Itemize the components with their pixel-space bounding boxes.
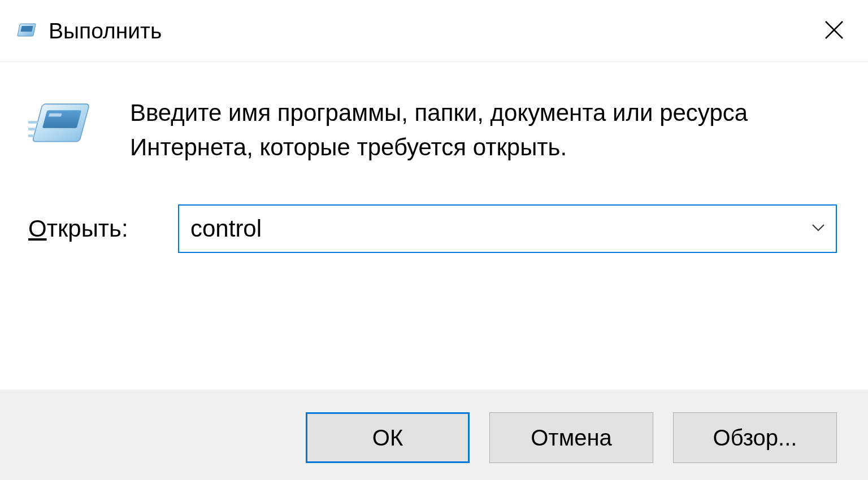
titlebar-left: Выполнить (16, 19, 162, 43)
info-row: Введите имя программы, папки, документа … (28, 96, 840, 165)
close-icon (823, 19, 845, 43)
close-button[interactable] (817, 14, 851, 48)
svg-rect-1 (20, 26, 33, 32)
svg-rect-5 (42, 110, 81, 128)
window-title: Выполнить (49, 19, 162, 43)
open-label: Открыть: (28, 215, 150, 242)
svg-rect-6 (49, 114, 62, 117)
run-icon-small (16, 22, 37, 40)
open-input[interactable] (178, 204, 837, 253)
dialog-content: Введите имя программы, папки, документа … (0, 62, 868, 390)
titlebar: Выполнить (0, 0, 868, 62)
open-combobox[interactable] (178, 204, 837, 253)
run-icon (28, 99, 96, 155)
button-bar: ОК Отмена Обзор... (0, 390, 868, 480)
browse-button[interactable]: Обзор... (673, 412, 837, 463)
cancel-button[interactable]: Отмена (489, 412, 653, 463)
run-dialog: Выполнить (0, 0, 868, 480)
ok-button[interactable]: ОК (306, 412, 470, 463)
input-row: Открыть: (28, 204, 840, 253)
dialog-description: Введите имя программы, папки, документа … (130, 96, 840, 165)
